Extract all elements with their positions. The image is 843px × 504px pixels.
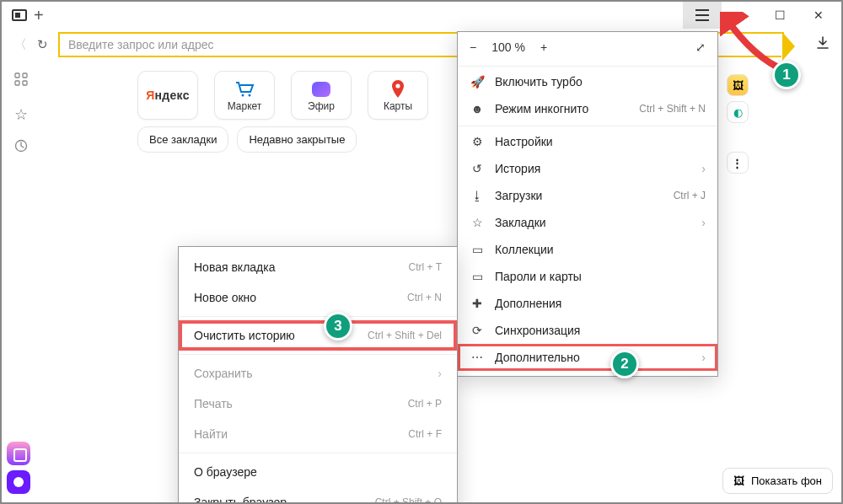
svg-point-5	[242, 94, 244, 97]
reload-button[interactable]: ↻	[37, 37, 48, 52]
shortcut: Ctrl + T	[409, 261, 442, 273]
submenu-more: Новая вкладка Ctrl + T Новое окно Ctrl +…	[178, 246, 458, 504]
tab-indicator-icon[interactable]	[12, 9, 27, 21]
back-button[interactable]: 〈	[13, 36, 27, 54]
submenu-new-window[interactable]: Новое окно Ctrl + N	[179, 282, 457, 313]
menu-label: Настройки	[495, 135, 553, 148]
submenu-new-tab[interactable]: Новая вкладка Ctrl + T	[179, 252, 457, 282]
submenu-print[interactable]: Печать Ctrl + P	[179, 389, 457, 419]
submenu-label: Найти	[194, 427, 228, 441]
more-tiles-button[interactable]: ⋮	[727, 152, 749, 174]
speed-dial-tiles: Яндекс Маркет Эфир Карты	[137, 71, 428, 120]
submenu-label: Сохранить	[194, 367, 253, 380]
maximize-button[interactable]: ☐	[760, 2, 799, 29]
menu-label: Включить турбо	[495, 75, 583, 88]
show-background-button[interactable]: 🖼 Показать фон	[722, 468, 833, 494]
submenu-save[interactable]: Сохранить ›	[179, 358, 457, 389]
all-bookmarks-button[interactable]: Все закладки	[137, 126, 228, 153]
zoom-row: − 100 % + ⤢	[458, 32, 717, 62]
submenu-close-browser[interactable]: Закрыть браузер Ctrl + Shift + Q	[179, 487, 457, 504]
downloads-icon[interactable]	[816, 36, 830, 53]
zoom-value: 100 %	[491, 40, 525, 54]
chevron-right-icon: ›	[701, 216, 706, 229]
fullscreen-icon[interactable]: ⤢	[695, 40, 706, 54]
star-icon[interactable]: ☆	[14, 105, 28, 124]
tile-maps[interactable]: Карты	[368, 71, 428, 120]
menu-label: Синхронизация	[495, 324, 580, 337]
shortcut: Ctrl + Shift + Q	[375, 496, 442, 504]
main-menu: − 100 % + ⤢ 🚀 Включить турбо ☻ Режим инк…	[457, 31, 718, 377]
tile-market[interactable]: Маркет	[214, 71, 275, 120]
svg-point-7	[395, 83, 400, 88]
annotation-badge-2: 2	[610, 350, 639, 378]
menu-history[interactable]: ↺ История ›	[458, 155, 717, 182]
mask-icon: ☻	[470, 102, 485, 115]
mini-image-tile[interactable]: 🖼	[727, 74, 749, 96]
menu-turbo[interactable]: 🚀 Включить турбо	[458, 68, 717, 95]
shortcut: Ctrl + Shift + Del	[368, 330, 442, 341]
chevron-right-icon: ›	[701, 351, 706, 364]
menu-label: Дополнения	[495, 297, 561, 310]
menu-bookmarks[interactable]: ☆ Закладки ›	[458, 209, 717, 236]
puzzle-icon: ✚	[470, 297, 485, 310]
svg-rect-0	[15, 73, 19, 78]
tile-label: Маркет	[228, 100, 262, 112]
menu-collections[interactable]: ▭ Коллекции	[458, 236, 717, 263]
shortcut: Ctrl + F	[408, 428, 442, 440]
svg-rect-2	[15, 81, 19, 85]
zoom-out-button[interactable]: −	[470, 40, 476, 54]
grid-icon[interactable]	[14, 72, 28, 90]
rocket-icon: 🚀	[470, 75, 485, 88]
menu-more[interactable]: ⋯ Дополнительно ›	[458, 344, 717, 371]
download-icon: ⭳	[470, 189, 485, 202]
annotation-badge-3: 3	[324, 312, 352, 340]
collections-icon: ▭	[470, 243, 485, 256]
minimize-button[interactable]: —	[722, 2, 760, 29]
chevron-right-icon: ›	[438, 367, 442, 380]
menu-passwords[interactable]: ▭ Пароли и карты	[458, 263, 717, 290]
card-icon: ▭	[470, 270, 485, 283]
app-shortcut-2[interactable]	[7, 470, 30, 494]
yandex-logo-text: Яндекс	[146, 88, 190, 102]
annotation-badge-1: 1	[772, 61, 801, 89]
hamburger-menu-button[interactable]	[683, 2, 722, 29]
shortcut: Ctrl + P	[408, 398, 442, 410]
menu-label: Загрузки	[495, 189, 542, 202]
menu-downloads[interactable]: ⭳ Загрузки Ctrl + J	[458, 182, 717, 209]
shortcut: Ctrl + Shift + N	[639, 103, 706, 115]
svg-rect-3	[23, 81, 27, 85]
shortcut: Ctrl + N	[407, 292, 442, 303]
submenu-clear-history[interactable]: Очистить историю Ctrl + Shift + Del	[179, 320, 457, 351]
close-window-button[interactable]: ✕	[799, 2, 838, 29]
tile-efir[interactable]: Эфир	[291, 71, 352, 120]
mini-green-tile[interactable]: ◐	[727, 101, 749, 123]
recently-closed-button[interactable]: Недавно закрытые	[237, 126, 357, 153]
submenu-about[interactable]: О браузере	[179, 457, 457, 487]
svg-rect-1	[23, 73, 27, 78]
titlebar: + — ☐ ✕	[2, 2, 841, 29]
sync-icon: ⟳	[470, 324, 485, 337]
zoom-in-button[interactable]: +	[540, 40, 547, 54]
tile-buttons: Все закладки Недавно закрытые	[137, 126, 357, 153]
menu-sync[interactable]: ⟳ Синхронизация	[458, 317, 717, 344]
menu-settings[interactable]: ⚙ Настройки	[458, 128, 717, 155]
menu-label: Закладки	[495, 216, 546, 229]
tile-label: Карты	[384, 100, 412, 112]
menu-incognito[interactable]: ☻ Режим инкогнито Ctrl + Shift + N	[458, 95, 717, 122]
clock-icon[interactable]	[14, 139, 28, 157]
tile-yandex[interactable]: Яндекс	[137, 71, 198, 120]
submenu-label: Закрыть браузер	[194, 496, 287, 504]
submenu-label: О браузере	[194, 465, 257, 479]
shortcut: Ctrl + J	[674, 190, 706, 201]
menu-label: Дополнительно	[495, 351, 580, 364]
svg-point-6	[249, 94, 251, 97]
tile-label: Эфир	[308, 100, 335, 112]
app-shortcut-1[interactable]	[7, 442, 30, 465]
submenu-find[interactable]: Найти Ctrl + F	[179, 419, 457, 449]
menu-addons[interactable]: ✚ Дополнения	[458, 290, 717, 317]
show-background-label: Показать фон	[751, 475, 822, 487]
left-sidebar-bottom	[7, 442, 30, 494]
submenu-label: Печать	[194, 397, 233, 410]
new-tab-button[interactable]: +	[34, 6, 44, 25]
efir-icon	[312, 78, 330, 100]
